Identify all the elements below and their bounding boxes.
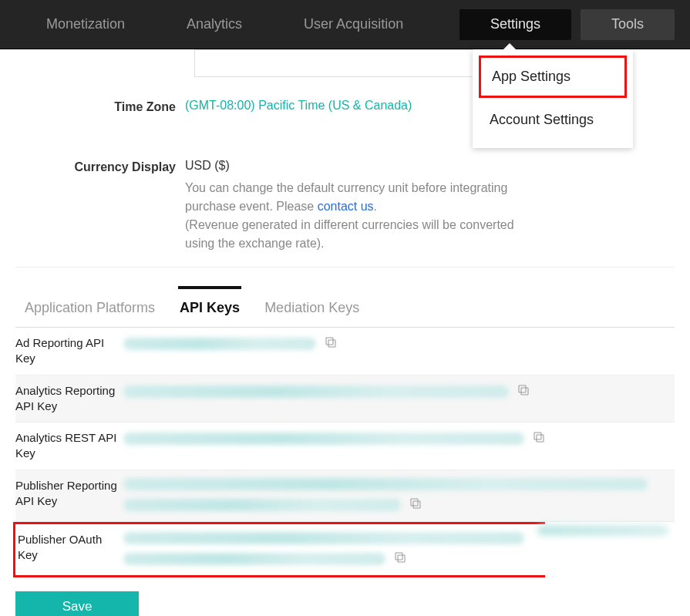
value-ad-reporting-redacted: [123, 338, 316, 350]
value-publisher-reporting-redacted-2: [123, 499, 401, 511]
currency-help-text-1b: .: [374, 200, 377, 213]
row-analytics-reporting-api-key: Analytics Reporting API Key: [15, 375, 675, 423]
svg-rect-0: [328, 340, 335, 347]
row-analytics-rest-api-key: Analytics REST API Key: [15, 422, 675, 470]
dropdown-account-settings[interactable]: Account Settings: [473, 98, 633, 142]
tab-mediation-keys[interactable]: Mediation Keys: [263, 289, 361, 327]
contact-us-link[interactable]: contact us: [318, 200, 374, 213]
label-analytics-rest: Analytics REST API Key: [15, 430, 123, 462]
svg-rect-7: [411, 499, 418, 506]
svg-rect-6: [413, 501, 420, 508]
top-input-box[interactable]: [194, 49, 486, 77]
label-publisher-reporting: Publisher Reporting API Key: [15, 478, 123, 510]
copy-icon[interactable]: [517, 383, 530, 400]
label-currency: Currency Display: [15, 159, 185, 253]
value-publisher-oauth-redacted-1: [123, 532, 524, 544]
currency-help-text-2: (Revenue generated in different currenci…: [185, 218, 514, 250]
row-publisher-reporting-api-key: Publisher Reporting API Key: [15, 470, 675, 522]
save-button[interactable]: Save: [15, 591, 139, 617]
value-publisher-oauth-redacted-2: [123, 553, 385, 565]
row-ad-reporting-api-key: Ad Reporting API Key: [15, 328, 675, 375]
svg-rect-9: [395, 553, 402, 560]
value-analytics-reporting-redacted: [123, 385, 509, 398]
nav-analytics[interactable]: Analytics: [156, 9, 273, 40]
row-publisher-oauth-key: Publisher OAuth Key: [13, 522, 545, 577]
label-ad-reporting: Ad Reporting API Key: [15, 335, 123, 367]
currency-help: You can change the default currency unit…: [185, 179, 524, 253]
currency-value: USD ($): [185, 159, 675, 173]
svg-rect-8: [398, 555, 405, 562]
label-publisher-oauth: Publisher OAuth Key: [15, 532, 123, 564]
settings-dropdown: App Settings Account Settings: [473, 49, 633, 148]
top-nav: Monetization Analytics User Acquisition …: [0, 0, 690, 49]
svg-rect-1: [326, 338, 333, 345]
svg-rect-4: [537, 435, 544, 442]
svg-rect-2: [521, 388, 528, 395]
svg-rect-3: [519, 385, 526, 392]
api-keys-list: Ad Reporting API Key Analytics Reporting…: [15, 328, 675, 577]
nav-user-acquisition[interactable]: User Acquisition: [273, 9, 434, 40]
row-currency: Currency Display USD ($) You can change …: [15, 128, 675, 268]
nav-tools[interactable]: Tools: [581, 9, 675, 40]
nav-monetization[interactable]: Monetization: [15, 9, 156, 40]
nav-settings[interactable]: Settings: [459, 9, 571, 40]
oauth-overflow-redacted: [537, 525, 668, 536]
timezone-value[interactable]: (GMT-08:00) Pacific Time (US & Canada): [185, 99, 412, 112]
value-publisher-reporting-redacted-1: [123, 478, 648, 490]
copy-icon[interactable]: [324, 335, 338, 352]
svg-rect-5: [534, 433, 541, 439]
copy-icon[interactable]: [532, 430, 546, 447]
label-timezone: Time Zone: [15, 99, 185, 114]
tab-api-keys[interactable]: API Keys: [178, 286, 241, 327]
copy-icon[interactable]: [409, 497, 422, 513]
tabs: Application Platforms API Keys Mediation…: [15, 289, 675, 328]
label-analytics-reporting: Analytics Reporting API Key: [15, 383, 123, 415]
value-analytics-rest-redacted: [123, 433, 524, 445]
dropdown-app-settings[interactable]: App Settings: [479, 56, 627, 98]
tab-application-platforms[interactable]: Application Platforms: [23, 289, 157, 327]
copy-icon[interactable]: [393, 550, 407, 567]
